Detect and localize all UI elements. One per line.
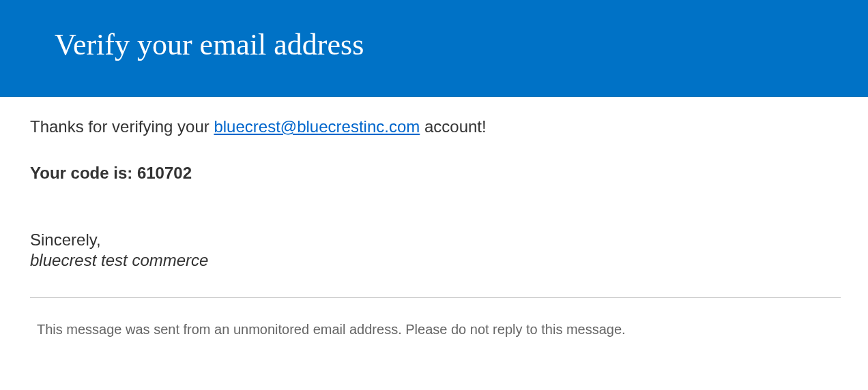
thanks-message: Thanks for verifying your bluecrest@blue… [30,117,841,136]
email-title: Verify your email address [55,27,868,62]
email-body: Thanks for verifying your bluecrest@blue… [0,97,868,338]
divider-line [30,297,841,298]
email-header: Verify your email address [0,0,868,97]
thanks-prefix: Thanks for verifying your [30,117,214,136]
footer-note: This message was sent from an unmonitore… [30,322,841,338]
signature-text: bluecrest test commerce [30,251,841,270]
account-email-link[interactable]: bluecrest@bluecrestinc.com [214,117,420,136]
thanks-suffix: account! [420,117,486,136]
code-label: Your code is: [30,164,137,182]
code-value: 610702 [137,164,192,182]
sincerely-text: Sincerely, [30,230,841,250]
verification-code-line: Your code is: 610702 [30,164,841,183]
